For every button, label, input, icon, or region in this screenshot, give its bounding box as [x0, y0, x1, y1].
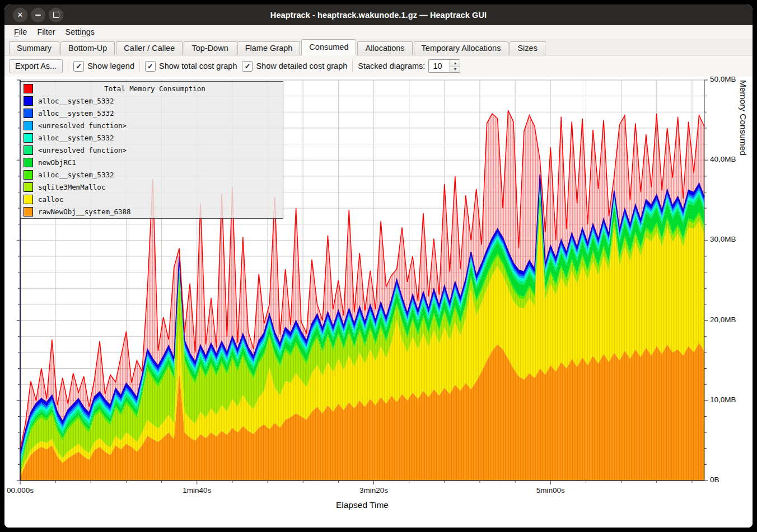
tab-bottom-up[interactable]: Bottom-Up [60, 41, 115, 55]
legend-swatch [24, 133, 33, 143]
menu-bar: FileFilterSettings [4, 25, 753, 39]
legend-swatch [24, 96, 33, 106]
legend-swatch [24, 84, 33, 93]
menu-filter[interactable]: Filter [32, 26, 60, 37]
menu-file[interactable]: File [9, 26, 32, 37]
tab-summary[interactable]: Summary [9, 41, 59, 55]
chart-legend: Total Memory Consumptionalloc__system_53… [20, 81, 283, 219]
legend-label: alloc__system_5332 [38, 171, 114, 179]
legend-item: alloc__system_5332 [21, 169, 283, 180]
legend-label: <unresolved function> [38, 146, 127, 154]
x-tick-label: 1min40s [172, 486, 222, 495]
legend-swatch [24, 207, 33, 216]
minimize-button[interactable] [31, 8, 45, 22]
stacked-diagrams-group: Stacked diagrams:10▲▼ [358, 59, 460, 73]
y-tick-label: 10,0MB [710, 396, 749, 404]
legend-swatch [24, 109, 33, 118]
legend-label: Total Memory Consumption [38, 84, 272, 93]
legend-item: <unresolved function> [21, 120, 283, 131]
menu-settings[interactable]: Settings [60, 26, 100, 37]
x-tick-label: 00.000s [4, 486, 45, 495]
checkbox-show-total-cost-graph[interactable]: ✓Show total cost graph [145, 61, 237, 72]
spinner-up-icon[interactable]: ▲ [450, 60, 460, 67]
spinner-buttons: ▲▼ [450, 59, 460, 73]
checkbox-label: Show detailed cost graph [256, 62, 347, 70]
checkbox-show-legend[interactable]: ✓Show legend [73, 61, 134, 72]
toolbar-separator [139, 60, 140, 72]
legend-title-row: Total Memory Consumption [21, 83, 283, 94]
y-tick-label: 0B [710, 475, 749, 484]
tab-sizes[interactable]: Sizes [510, 41, 545, 55]
tab-temporary-allocations[interactable]: Temporary Allocations [414, 41, 509, 55]
tab-caller-callee[interactable]: Caller / Callee [116, 41, 183, 55]
checkbox-show-detailed-cost-graph[interactable]: ✓Show detailed cost graph [242, 61, 347, 72]
legend-swatch [24, 158, 33, 167]
stacked-diagrams-label: Stacked diagrams: [358, 62, 425, 70]
tab-consumed[interactable]: Consumed [301, 39, 356, 55]
maximize-icon [53, 12, 59, 18]
legend-item: sqlite3MemMalloc [21, 181, 283, 192]
legend-item: alloc__system_5332 [21, 132, 283, 143]
legend-swatch [24, 145, 33, 155]
toolbar: Export As... ✓Show legend✓Show total cos… [4, 55, 753, 77]
x-axis-title: Elapsed Time [20, 500, 704, 510]
legend-label: alloc__system_5332 [38, 109, 114, 117]
legend-item: rawNewObj__system_6388 [21, 206, 283, 217]
y-tick-label: 20,0MB [710, 316, 749, 324]
minimize-icon [35, 15, 41, 16]
legend-swatch [24, 170, 33, 180]
heaptrack-window: ✕ Heaptrack - heaptrack.wakunode.1.gz — … [4, 4, 753, 528]
legend-label: newObjRC1 [38, 158, 76, 167]
close-button[interactable]: ✕ [13, 8, 27, 22]
window-controls: ✕ [13, 8, 63, 22]
legend-label: alloc__system_5332 [38, 134, 114, 142]
legend-item: newObjRC1 [21, 157, 283, 168]
legend-item: calloc [21, 194, 283, 205]
spinner-down-icon[interactable]: ▼ [450, 67, 460, 73]
checkbox-label: Show legend [87, 62, 134, 70]
checkbox-box[interactable]: ✓ [145, 61, 156, 72]
legend-label: rawNewObj__system_6388 [38, 208, 131, 216]
legend-item: alloc__system_5332 [21, 107, 283, 119]
spinner-value[interactable]: 10 [428, 59, 450, 73]
maximize-button[interactable] [49, 8, 63, 22]
x-tick-label: 5min00s [525, 486, 576, 495]
tab-allocations[interactable]: Allocations [357, 41, 412, 55]
checkbox-box[interactable]: ✓ [242, 61, 253, 72]
checkbox-box[interactable]: ✓ [73, 61, 84, 72]
legend-label: sqlite3MemMalloc [38, 183, 105, 191]
chart-area: Total Memory Consumptionalloc__system_53… [4, 77, 753, 528]
export-as-button[interactable]: Export As... [9, 59, 63, 73]
y-axis-title: Memory Consumed [738, 80, 748, 481]
legend-item: alloc__system_5332 [21, 95, 283, 106]
close-icon: ✕ [17, 11, 24, 19]
legend-swatch [24, 195, 33, 204]
tab-flame-graph[interactable]: Flame Graph [237, 41, 301, 55]
y-tick-label: 30,0MB [710, 235, 749, 243]
window-title: Heaptrack - heaptrack.wakunode.1.gz — He… [4, 11, 753, 20]
legend-label: alloc__system_5332 [38, 97, 114, 105]
stacked-diagrams-spinner[interactable]: 10▲▼ [428, 59, 460, 73]
legend-label: calloc [38, 195, 63, 204]
y-tick-label: 50,0MB [710, 75, 749, 83]
legend-label: <unresolved function> [38, 121, 127, 130]
tab-top-down[interactable]: Top-Down [184, 41, 236, 55]
tab-bar: SummaryBottom-UpCaller / CalleeTop-DownF… [4, 39, 753, 55]
legend-item: <unresolved function> [21, 144, 283, 156]
x-tick-label: 3min20s [349, 486, 399, 495]
toolbar-separator [352, 60, 353, 72]
legend-swatch [24, 121, 33, 130]
title-bar[interactable]: ✕ Heaptrack - heaptrack.wakunode.1.gz — … [4, 4, 753, 25]
y-tick-label: 40,0MB [710, 155, 749, 163]
checkbox-label: Show total cost graph [159, 62, 237, 70]
legend-swatch [24, 182, 33, 192]
toolbar-separator [68, 60, 68, 72]
